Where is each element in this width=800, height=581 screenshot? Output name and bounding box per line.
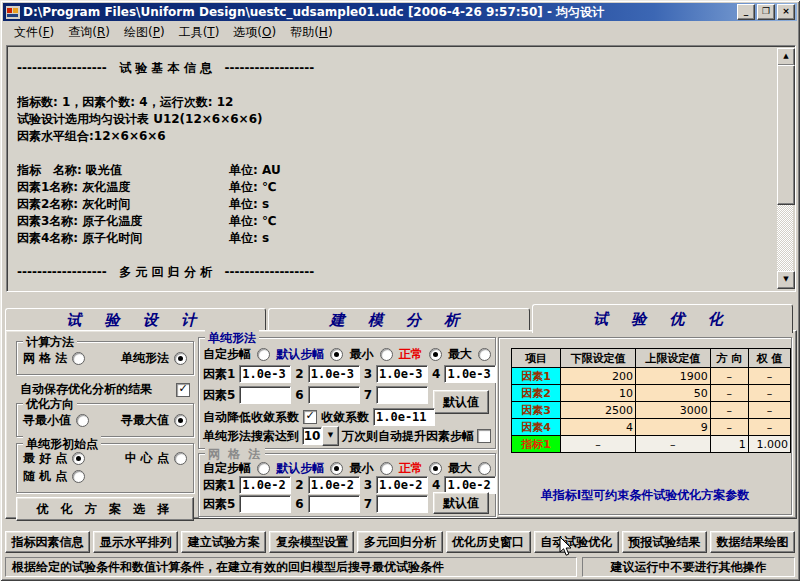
cell-lower[interactable]: 10: [560, 385, 635, 402]
maximize-icon[interactable]: ❐: [757, 4, 775, 20]
vertical-scrollbar[interactable]: ▲ ▼: [777, 48, 793, 289]
autosave-checkbox[interactable]: ✓: [176, 383, 190, 397]
button-auto-optimization[interactable]: 自动试验优化: [534, 531, 619, 553]
simplex-normal-radio[interactable]: [429, 348, 442, 361]
cell-direction[interactable]: –: [710, 419, 748, 436]
grid-normal-radio[interactable]: [429, 462, 442, 475]
menu-file[interactable]: 文件(F): [7, 22, 61, 43]
cell-upper[interactable]: 3000: [635, 402, 710, 419]
simplex-custom-step-radio[interactable]: [257, 348, 270, 361]
cell-weight[interactable]: 1.000: [748, 436, 790, 453]
grid-factor1-input[interactable]: [239, 476, 291, 494]
section-title-regression: ------------------ 多 元 回 归 分 析 ---------…: [17, 264, 773, 281]
cell-lower[interactable]: 4: [560, 419, 635, 436]
menu-query[interactable]: 查询(R): [61, 22, 117, 43]
cell-lower[interactable]: 2500: [560, 402, 635, 419]
button-complex-model-setup[interactable]: 复杂模型设置: [269, 531, 354, 553]
chevron-down-icon[interactable]: ▼: [322, 426, 339, 446]
menu-bar: 文件(F) 查询(R) 绘图(P) 工具(T) 选项(O) 帮助(H): [3, 22, 797, 43]
report-text-area[interactable]: ------------------ 试 验 基 本 信 息 ---------…: [6, 45, 796, 292]
search-limit-dropdown[interactable]: 10 ▼: [302, 427, 339, 445]
button-show-level-layout[interactable]: 显示水平排列: [93, 531, 178, 553]
grid-factor5-input[interactable]: [239, 495, 291, 513]
cell-lower[interactable]: –: [560, 436, 635, 453]
cell-upper[interactable]: 1900: [635, 368, 710, 385]
grid-factor7-input[interactable]: [376, 495, 428, 513]
parameter-table: 项目 下限设定值 上限设定值 方 向 权 值 因素1 200 1900 – – …: [511, 348, 791, 453]
optimization-panel: 计算方法 网 格 法 单纯形法 自动保存优化分析的结果 ✓ 优化方向 寻最小值 …: [5, 330, 797, 519]
minimize-icon[interactable]: _: [737, 4, 755, 20]
simplex-min-radio[interactable]: [380, 348, 393, 361]
seek-max-radio[interactable]: [174, 414, 187, 427]
direction-title: 优化方向: [23, 396, 77, 413]
cell-weight[interactable]: –: [748, 419, 790, 436]
center-point-radio[interactable]: [174, 452, 187, 465]
grid-method-group: 网 格 法 自定步幅 默认步幅 最小 正常 最大 因素1 2 3 4 因素5 6…: [198, 453, 496, 517]
auto-raise-step-checkbox[interactable]: [477, 429, 491, 443]
simplex-default-values-button[interactable]: 默认值: [433, 390, 489, 414]
search-limit-prefix: 单纯形法搜索达到: [203, 428, 299, 445]
grid-default-values-button[interactable]: 默认值: [433, 492, 489, 514]
info-row-target: 指标 名称: 吸光值单位: AU: [17, 162, 773, 179]
grid-max-radio[interactable]: [478, 462, 491, 475]
cell-direction[interactable]: –: [710, 368, 748, 385]
simplex-factor3-label: 3: [364, 367, 372, 381]
random-point-radio[interactable]: [72, 470, 85, 483]
simplex-factor4-input[interactable]: [444, 365, 496, 383]
simplex-method-radio[interactable]: [174, 352, 187, 365]
grid-min-radio[interactable]: [380, 462, 393, 475]
button-plot-results[interactable]: 数据结果绘图: [710, 531, 795, 553]
search-limit-value: 10: [302, 427, 322, 445]
cell-lower[interactable]: 200: [560, 368, 635, 385]
auto-reduce-checkbox[interactable]: ✓: [303, 410, 317, 424]
close-icon[interactable]: ×: [777, 4, 795, 20]
bottom-toolbar: 指标因素信息 显示水平排列 建立试验方案 复杂模型设置 多元回归分析 优化历史窗…: [5, 531, 795, 553]
cell-upper[interactable]: 50: [635, 385, 710, 402]
status-message: 根据给定的试验条件和数值计算条件，在建立有效的回归模型后搜寻最优试验条件: [5, 557, 577, 577]
simplex-factor5-input[interactable]: [239, 386, 291, 404]
cell-weight[interactable]: –: [748, 385, 790, 402]
button-target-factor-info[interactable]: 指标因素信息: [5, 531, 90, 553]
cell-upper[interactable]: –: [635, 436, 710, 453]
menu-help[interactable]: 帮助(H): [283, 22, 339, 43]
simplex-max-radio[interactable]: [478, 348, 491, 361]
button-predict-results[interactable]: 预报试验结果: [622, 531, 707, 553]
cell-upper[interactable]: 9: [635, 419, 710, 436]
simplex-factor2-input[interactable]: [308, 365, 360, 383]
cell-weight[interactable]: –: [748, 402, 790, 419]
menu-plot[interactable]: 绘图(P): [117, 22, 172, 43]
simplex-factor3-input[interactable]: [376, 365, 428, 383]
simplex-factor7-input[interactable]: [376, 386, 428, 404]
grid-default-step-radio[interactable]: [330, 462, 343, 475]
grid-factor3-input[interactable]: [376, 476, 428, 494]
scrollbar-thumb[interactable]: [777, 65, 795, 205]
scroll-up-icon[interactable]: ▲: [777, 48, 795, 66]
cell-weight[interactable]: –: [748, 368, 790, 385]
direction-group: 优化方向 寻最小值 寻最大值: [16, 403, 194, 437]
best-point-label: 最 好 点: [23, 450, 67, 467]
row-label: 指标1: [512, 436, 561, 453]
info-row-factor4: 因素4名称: 原子化时间单位: s: [17, 230, 773, 247]
button-multiple-regression[interactable]: 多元回归分析: [357, 531, 442, 553]
cell-direction[interactable]: –: [710, 385, 748, 402]
best-point-radio[interactable]: [72, 452, 85, 465]
cell-direction[interactable]: 1: [710, 436, 748, 453]
simplex-factor6-input[interactable]: [308, 386, 360, 404]
grid-method-radio[interactable]: [72, 352, 85, 365]
button-optimization-history[interactable]: 优化历史窗口: [446, 531, 531, 553]
menu-tools[interactable]: 工具(T): [172, 22, 227, 43]
grid-factor2-input[interactable]: [308, 476, 360, 494]
grid-factor6-input[interactable]: [308, 495, 360, 513]
scroll-down-icon[interactable]: ▼: [777, 271, 795, 289]
tab-experiment-optimization[interactable]: 试 验 优 化: [532, 304, 793, 333]
cell-direction[interactable]: –: [710, 402, 748, 419]
simplex-default-step-radio[interactable]: [330, 348, 343, 361]
convergence-input[interactable]: [373, 408, 435, 426]
button-create-test-plan[interactable]: 建立试验方案: [181, 531, 266, 553]
plan-select-button[interactable]: 优 化 方 案 选 择: [16, 497, 194, 521]
simplex-factor1-input[interactable]: [239, 365, 291, 383]
seek-min-radio[interactable]: [76, 414, 89, 427]
grid-custom-step-radio[interactable]: [257, 462, 270, 475]
menu-options[interactable]: 选项(O): [226, 22, 283, 43]
section-title-basic-info: ------------------ 试 验 基 本 信 息 ---------…: [17, 60, 773, 77]
